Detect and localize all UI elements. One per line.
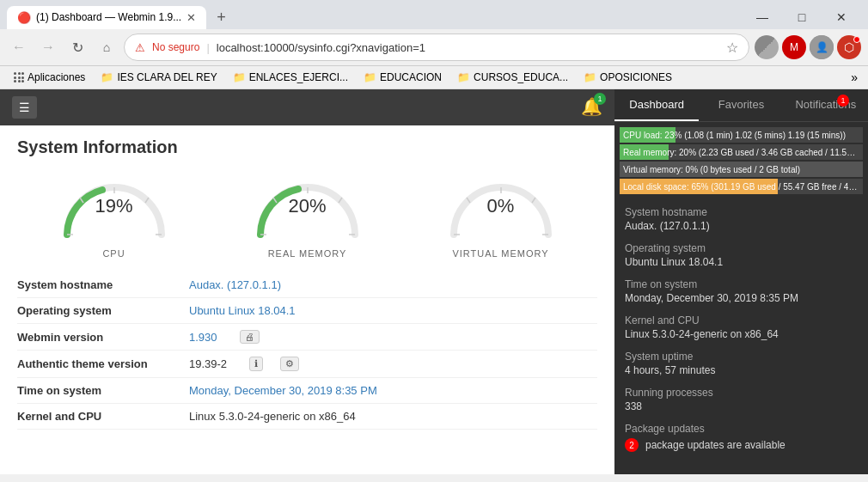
extension-icon[interactable]: M xyxy=(782,35,806,59)
main-content: ☰ 🔔 1 System Information xyxy=(0,89,868,474)
cpu-gauge-label: CPU xyxy=(102,248,125,259)
apps-label: Aplicaciones xyxy=(28,71,85,83)
notifications-badge: 1 xyxy=(837,95,849,107)
detail-processes-value: 338 xyxy=(625,400,858,412)
back-button[interactable]: ← xyxy=(7,35,31,59)
bookmark-educacion[interactable]: 📁 EDUCACION xyxy=(357,70,449,85)
detail-hostname-label: System hostname xyxy=(625,206,858,218)
theme-info-icon[interactable]: ℹ xyxy=(249,357,263,371)
disk-bar-text: Local disk space: 65% (301.19 GB used / … xyxy=(620,182,863,192)
new-tab-button[interactable]: + xyxy=(210,7,233,28)
webmin-action-icon[interactable]: 🖨 xyxy=(240,330,260,344)
detail-os-value: Ubuntu Linux 18.04.1 xyxy=(625,256,858,268)
bookmarks-bar: Aplicaciones 📁 IES CLARA DEL REY 📁 ENLAC… xyxy=(0,66,868,89)
bookmark-label-4: CURSOS_EDUCA... xyxy=(474,71,568,83)
home-button[interactable]: ⌂ xyxy=(95,35,119,59)
disk-status-bar[interactable]: Local disk space: 65% (301.19 GB used / … xyxy=(620,179,863,194)
profile-icon[interactable] xyxy=(755,35,779,59)
detail-time-value: Monday, December 30, 2019 8:35 PM xyxy=(625,292,858,304)
detail-kernel-label: Kernel and CPU xyxy=(625,314,858,326)
user-account-icon[interactable]: 👤 xyxy=(810,35,834,59)
webmin-header: ☰ 🔔 1 xyxy=(0,89,614,125)
info-row-kernel: Kernel and CPU Linux 5.3.0-24-generic on… xyxy=(17,404,597,430)
detail-kernel: Kernel and CPU Linux 5.3.0-24-generic on… xyxy=(625,314,858,340)
vmem-status-bar[interactable]: Virtual memory: 0% (0 bytes used / 2 GB … xyxy=(620,162,863,177)
detail-uptime-value: 4 hours, 57 minutes xyxy=(625,364,858,376)
memory-gauge: 20% REAL MEMORY xyxy=(248,166,368,259)
cpu-gauge-percent: 19% xyxy=(95,195,132,217)
memory-status-bar[interactable]: Real memory: 20% (2.23 GB used / 3.46 GB… xyxy=(620,144,863,160)
kernel-label: Kernel and CPU xyxy=(17,410,172,423)
bookmark-oposiciones[interactable]: 📁 OPOSICIONES xyxy=(577,70,679,85)
memory-gauge-percent: 20% xyxy=(288,195,326,217)
tab-favicon: 🔴 xyxy=(17,11,31,24)
security-warning-icon: ⚠ xyxy=(135,41,145,54)
bookmark-apps[interactable]: Aplicaciones xyxy=(7,70,92,85)
tab-bar: 🔴 (1) Dashboard — Webmin 1.9... ✕ + — □ … xyxy=(0,0,868,29)
info-row-webmin: Webmin version 1.930 🖨 xyxy=(17,324,597,351)
os-value[interactable]: Ubuntu Linux 18.04.1 xyxy=(189,304,296,317)
theme-settings-icon[interactable]: ⚙ xyxy=(280,357,299,371)
gauges-container: 19% CPU xyxy=(0,166,614,272)
theme-label: Authentic theme version xyxy=(17,357,172,370)
time-label: Time on system xyxy=(17,384,172,397)
webmin-version-value[interactable]: 1.930 xyxy=(189,331,217,344)
bookmark-label-3: EDUCACION xyxy=(380,71,442,83)
tab-dashboard[interactable]: Dashboard xyxy=(614,89,699,121)
folder-icon-1: 📁 xyxy=(101,71,113,83)
memory-gauge-wrapper: 20% xyxy=(248,166,368,243)
folder-icon-5: 📁 xyxy=(584,71,596,83)
hostname-value[interactable]: Audax. (127.0.1.1) xyxy=(189,278,281,291)
vmemory-gauge-label: VIRTUAL MEMORY xyxy=(452,248,548,259)
cpu-bar-text: CPU load: 23% (1.08 (1 min) 1.02 (5 mins… xyxy=(620,131,863,140)
info-row-os: Operating system Ubuntu Linux 18.04.1 xyxy=(17,298,597,324)
close-button[interactable]: ✕ xyxy=(822,5,861,29)
os-label: Operating system xyxy=(17,304,172,317)
minimize-button[interactable]: — xyxy=(743,5,782,29)
more-bookmarks-icon[interactable]: » xyxy=(847,69,861,86)
system-info-title: System Information xyxy=(0,125,614,166)
detail-uptime: System uptime 4 hours, 57 minutes xyxy=(625,351,858,376)
vmem-bar-text: Virtual memory: 0% (0 bytes used / 2 GB … xyxy=(620,165,863,174)
hostname-label: System hostname xyxy=(17,278,172,291)
address-bar[interactable]: ⚠ No seguro | localhost:10000/sysinfo.cg… xyxy=(124,34,749,61)
forward-button[interactable]: → xyxy=(36,35,60,59)
info-row-hostname: System hostname Audax. (127.0.1.1) xyxy=(17,272,597,298)
folder-icon-2: 📁 xyxy=(233,71,246,83)
detail-time-label: Time on system xyxy=(625,278,858,290)
bookmark-label-2: ENLACES_EJERCI... xyxy=(249,71,348,83)
info-row-time: Time on system Monday, December 30, 2019… xyxy=(17,378,597,404)
bookmark-ies[interactable]: 📁 IES CLARA DEL REY xyxy=(94,70,223,85)
bell-badge: 1 xyxy=(594,93,606,105)
tab-notifications[interactable]: Notifications 1 xyxy=(784,89,868,121)
info-table: System hostname Audax. (127.0.1.1) Opera… xyxy=(0,272,614,430)
maximize-button[interactable]: □ xyxy=(782,5,822,29)
cpu-gauge: 19% CPU xyxy=(54,166,174,259)
active-tab[interactable]: 🔴 (1) Dashboard — Webmin 1.9... ✕ xyxy=(7,6,206,29)
tab-favorites[interactable]: Favorites xyxy=(699,89,783,121)
memory-gauge-label: REAL MEMORY xyxy=(268,248,347,259)
tab-close-icon[interactable]: ✕ xyxy=(186,11,196,24)
detail-processes-label: Running processes xyxy=(625,387,858,399)
time-value[interactable]: Monday, December 30, 2019 8:35 PM xyxy=(189,384,377,397)
theme-version-value: 19.39-2 xyxy=(189,357,227,370)
tab-title: (1) Dashboard — Webmin 1.9... xyxy=(36,11,181,23)
folder-icon-4: 📁 xyxy=(457,71,470,83)
detail-packages-row: 2 package updates are available xyxy=(625,438,858,452)
info-row-theme: Authentic theme version 19.39-2 ℹ ⚙ xyxy=(17,351,597,378)
bookmark-cursos[interactable]: 📁 CURSOS_EDUCA... xyxy=(450,70,575,85)
hamburger-button[interactable]: ☰ xyxy=(12,96,37,119)
address-text[interactable]: localhost:10000/sysinfo.cgi?xnavigation=… xyxy=(217,41,719,54)
bookmark-star-icon[interactable]: ☆ xyxy=(726,40,738,56)
window-controls: — □ ✕ xyxy=(743,5,861,29)
refresh-button[interactable]: ↻ xyxy=(65,35,89,59)
extension-red-icon[interactable]: ⬡ xyxy=(837,35,861,59)
cpu-status-bar[interactable]: CPU load: 23% (1.08 (1 min) 1.02 (5 mins… xyxy=(620,127,863,143)
kernel-value: Linux 5.3.0-24-generic on x86_64 xyxy=(189,410,356,423)
bookmark-label-5: OPOSICIONES xyxy=(600,71,672,83)
bell-container: 🔔 1 xyxy=(581,96,602,117)
cpu-gauge-wrapper: 19% xyxy=(54,166,174,243)
left-panel: ☰ 🔔 1 System Information xyxy=(0,89,614,474)
detail-os: Operating system Ubuntu Linux 18.04.1 xyxy=(625,242,858,268)
bookmark-enlaces[interactable]: 📁 ENLACES_EJERCI... xyxy=(226,70,355,85)
